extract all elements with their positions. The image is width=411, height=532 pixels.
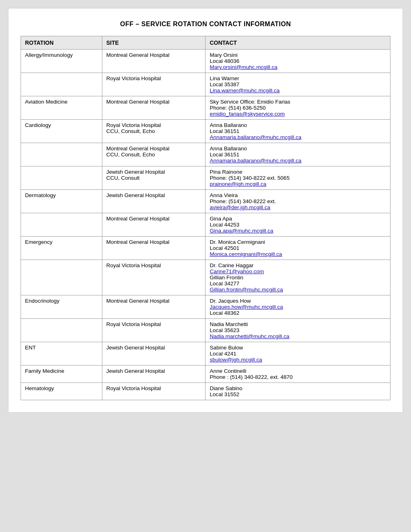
table-row: CardiologyRoyal Victoria HospitalCCU, Co… bbox=[21, 120, 390, 143]
contact-line: Local 36151 bbox=[210, 152, 239, 158]
site-cell: Montreal General Hospital bbox=[102, 213, 206, 237]
rotation-cell: Hematology bbox=[21, 383, 102, 400]
site-cell: Montreal General HospitalCCU, Consult, E… bbox=[102, 143, 206, 166]
site-cell: Jewish General HospitalCCU, Consult bbox=[102, 166, 206, 190]
header-rotation: ROTATION bbox=[21, 36, 102, 50]
table-row: Jewish General HospitalCCU, ConsultPina … bbox=[21, 166, 390, 190]
rotation-cell: Cardiology bbox=[21, 120, 102, 143]
contact-line: Anna Vieira bbox=[210, 192, 238, 198]
table-row: Montreal General HospitalGina ApaLocal 4… bbox=[21, 213, 390, 237]
contact-email[interactable]: Annamaria.ballarano@muhc.mcgill.ca bbox=[210, 158, 301, 164]
site-cell: Jewish General Hospital bbox=[102, 366, 206, 383]
contact-cell: Anna BallaranoLocal 36151Annamaria.balla… bbox=[206, 120, 390, 143]
contact-extra-line: Local 34277 bbox=[210, 281, 239, 287]
contact-cell: Nadia MarchettiLocal 35623Nadia.marchett… bbox=[206, 319, 390, 342]
contact-line: Local 36151 bbox=[210, 128, 239, 134]
contact-line: Local 4241 bbox=[210, 351, 236, 357]
contact-line: Dr. Jacques How bbox=[210, 298, 251, 304]
contact-line: Dr. Monica Cermignani bbox=[210, 239, 265, 245]
table-row: HematologyRoyal Victoria HospitalDiane S… bbox=[21, 383, 390, 400]
rotation-cell: Emergency bbox=[21, 237, 102, 260]
contact-email[interactable]: Annamaria.ballarano@muhc.mcgill.ca bbox=[210, 134, 301, 140]
contact-line: Local 44253 bbox=[210, 222, 239, 228]
rotation-cell: ENT bbox=[21, 342, 102, 366]
contact-line: Sabine Bulow bbox=[210, 345, 243, 351]
contact-email[interactable]: Carine71@yahoo.com bbox=[210, 268, 264, 274]
contact-line: Dr. Carine Haggar bbox=[210, 262, 253, 268]
contact-extra-email[interactable]: Gillian.frontin@muhc.mcgill.ca bbox=[210, 287, 283, 293]
site-cell: Royal Victoria Hospital bbox=[102, 319, 206, 342]
site-cell: Jewish General Hospital bbox=[102, 190, 206, 213]
rotation-cell bbox=[21, 166, 102, 190]
header-site: SITE bbox=[102, 36, 206, 50]
rotation-cell: Aviation Medicine bbox=[21, 96, 102, 120]
contact-line: Local 35623 bbox=[210, 327, 239, 333]
table-row: EndocrinologyMontreal General HospitalDr… bbox=[21, 295, 390, 319]
contact-line: Phone: (514) 636-5250 bbox=[210, 105, 266, 111]
table-row: Aviation MedicineMontreal General Hospit… bbox=[21, 96, 390, 120]
contact-line: Lina Warner bbox=[210, 75, 239, 81]
site-cell: Montreal General Hospital bbox=[102, 237, 206, 260]
table-row: EmergencyMontreal General HospitalDr. Mo… bbox=[21, 237, 390, 260]
contact-line: Local 31552 bbox=[210, 391, 239, 397]
table-row: Royal Victoria HospitalDr. Carine Haggar… bbox=[21, 260, 390, 295]
contact-email[interactable]: emidio_farias@skyservice.com bbox=[210, 111, 284, 117]
contact-table: ROTATION SITE CONTACT Allergy/Immunology… bbox=[21, 36, 390, 400]
contact-cell: Diane SabinoLocal 31552 bbox=[206, 383, 390, 400]
contact-email[interactable]: prainone@jgh.mcgill.ca bbox=[210, 181, 266, 187]
rotation-cell: Allergy/Immunology bbox=[21, 50, 102, 73]
contact-line: Diane Sabino bbox=[210, 385, 242, 391]
rotation-cell bbox=[21, 260, 102, 295]
contact-line: Anne Continelli bbox=[210, 368, 246, 374]
contact-cell: Anna VieiraPhone: (514) 340-8222 ext.avi… bbox=[206, 190, 390, 213]
rotation-cell bbox=[21, 73, 102, 96]
rotation-cell: Family Medicine bbox=[21, 366, 102, 383]
contact-cell: Mary OrsiniLocal 48036Mary.orsini@muhc.m… bbox=[206, 50, 390, 73]
rotation-cell bbox=[21, 213, 102, 237]
contact-line: Local 35387 bbox=[210, 81, 239, 87]
contact-cell: Dr. Jacques HowJacques.how@muhc.mcgill.c… bbox=[206, 295, 390, 319]
site-cell: Montreal General Hospital bbox=[102, 50, 206, 73]
contact-extra-line: Local 48362 bbox=[210, 310, 239, 316]
table-row: ENTJewish General HospitalSabine BulowLo… bbox=[21, 342, 390, 366]
contact-email[interactable]: Lina.warner@muhc.mcgill.ca bbox=[210, 87, 280, 94]
contact-email[interactable]: Mary.orsini@muhc.mcgill.ca bbox=[210, 64, 277, 70]
contact-cell: Lina WarnerLocal 35387Lina.warner@muhc.m… bbox=[206, 73, 390, 96]
contact-line: Anna Ballarano bbox=[210, 122, 247, 128]
contact-line: Pina Rainone bbox=[210, 169, 242, 175]
page-container: OFF – SERVICE ROTATION CONTACT INFORMATI… bbox=[8, 8, 403, 413]
rotation-cell bbox=[21, 319, 102, 342]
rotation-cell bbox=[21, 143, 102, 166]
contact-cell: Anne ContinelliPhone : (514) 340-8222, e… bbox=[206, 366, 390, 383]
contact-email[interactable]: Jacques.how@muhc.mcgill.ca bbox=[210, 304, 283, 310]
contact-email[interactable]: Nadia.marchetti@muhc.mcgill.ca bbox=[210, 333, 289, 339]
contact-line: Local 42501 bbox=[210, 245, 239, 251]
rotation-cell: Dermatology bbox=[21, 190, 102, 213]
contact-line: Gina Apa bbox=[210, 216, 232, 222]
table-row: DermatologyJewish General HospitalAnna V… bbox=[21, 190, 390, 213]
contact-email[interactable]: Monica.cermignani@mcgill.ca bbox=[210, 251, 282, 257]
contact-cell: Sabine BulowLocal 4241sbulow@jgh.mcgill.… bbox=[206, 342, 390, 366]
table-row: Royal Victoria HospitalNadia MarchettiLo… bbox=[21, 319, 390, 342]
contact-cell: Sky Service Office: Emidio FariasPhone: … bbox=[206, 96, 390, 120]
site-cell: Royal Victoria Hospital bbox=[102, 260, 206, 295]
table-row: Family MedicineJewish General HospitalAn… bbox=[21, 366, 390, 383]
rotation-cell: Endocrinology bbox=[21, 295, 102, 319]
contact-email[interactable]: sbulow@jgh.mcgill.ca bbox=[210, 357, 262, 363]
contact-cell: Dr. Carine HaggarCarine71@yahoo.comGilli… bbox=[206, 260, 390, 295]
site-cell: Jewish General Hospital bbox=[102, 342, 206, 366]
contact-cell: Anna BallaranoLocal 36151Annamaria.balla… bbox=[206, 143, 390, 166]
site-cell: Royal Victoria Hospital bbox=[102, 73, 206, 96]
contact-email[interactable]: Gina.apa@muhc.mcgill.ca bbox=[210, 228, 273, 234]
contact-extra-line: Gillian Frontin bbox=[210, 274, 243, 281]
site-cell: Montreal General Hospital bbox=[102, 295, 206, 319]
contact-cell: Pina RainonePhone: (514) 340-8222 ext. 5… bbox=[206, 166, 390, 190]
contact-email[interactable]: avieira@der.jgh.mcgill.ca bbox=[210, 204, 270, 210]
contact-line: Phone: (514) 340-8222 ext. 5065 bbox=[210, 175, 289, 181]
contact-line: Phone: (514) 340-8222 ext. bbox=[210, 198, 276, 204]
header-contact: CONTACT bbox=[206, 36, 390, 50]
contact-cell: Gina ApaLocal 44253Gina.apa@muhc.mcgill.… bbox=[206, 213, 390, 237]
contact-cell: Dr. Monica CermignaniLocal 42501Monica.c… bbox=[206, 237, 390, 260]
table-row: Royal Victoria HospitalLina WarnerLocal … bbox=[21, 73, 390, 96]
contact-line: Mary Orsini bbox=[210, 52, 237, 58]
